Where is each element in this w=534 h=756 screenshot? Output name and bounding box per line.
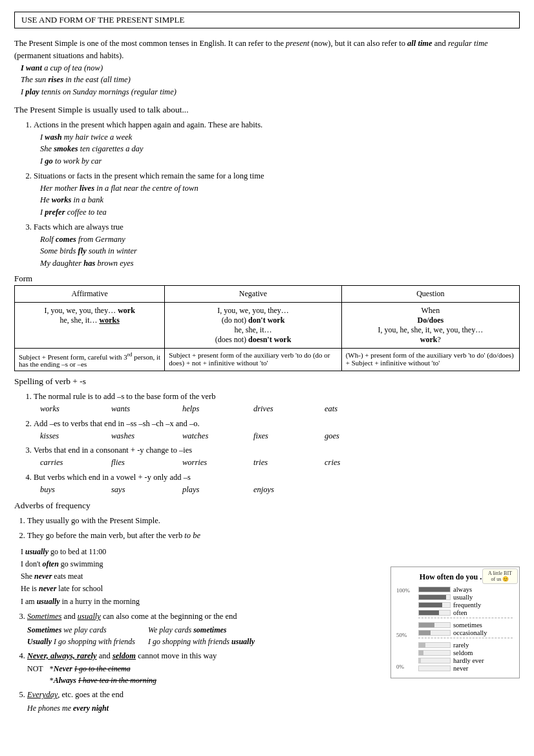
not-label: NOT: [27, 663, 43, 686]
section-usually: The Present Simple is usually used to ta…: [14, 105, 520, 115]
spell-word: wants: [111, 403, 163, 415]
adv-ex-2: I don't often go swimming: [21, 558, 371, 570]
spell-word: drives: [253, 403, 305, 415]
adv-col-left: Sometimes we play cards Usually I go sho…: [27, 624, 135, 647]
col-question: Question: [341, 285, 519, 302]
freq-item-frequently: frequently: [418, 601, 513, 609]
adv-ex-3: She never eats meat: [21, 570, 371, 583]
spell-word: kisses: [40, 430, 92, 442]
adv-ex-every: He phones me every night: [27, 702, 371, 714]
neg-row1: I, you, we, you, they… (do not) don't wo…: [165, 302, 341, 348]
spell-word: says: [111, 484, 163, 496]
spell-word: plays: [182, 484, 234, 496]
main-points-list: Actions in the present which happen agai…: [34, 119, 520, 270]
col-affirmative: Affirmative: [15, 285, 165, 302]
spelling-list: The normal rule is to add –s to the base…: [34, 391, 520, 495]
freq-item-hardly-ever: hardly ever: [418, 657, 513, 664]
freq-item-occasionally: occasionally: [418, 629, 513, 636]
spelling-section: Spelling of verb + -s The normal rule is…: [14, 376, 520, 495]
adv-point-3: Sometimes and usually can also come at t…: [27, 610, 371, 647]
spell-word: works: [40, 403, 92, 415]
adv-point-2: They go before the main verb, but after …: [27, 530, 371, 542]
adv-point-1: They usually go with the Present Simple.: [27, 515, 371, 527]
freq-item-rarely: rarely: [418, 642, 513, 649]
spell-2: Add –es to verbs that end in –ss –sh –ch…: [34, 418, 520, 442]
aff-row2: Subject + Present form, careful with 3rd…: [15, 348, 165, 371]
pct-100: 100%: [396, 587, 414, 594]
intro-section: The Present Simple is one of the most co…: [14, 38, 520, 98]
adverbs-list: They usually go with the Present Simple.…: [27, 515, 371, 542]
grammar-table: Affirmative Negative Question I, you, we…: [14, 285, 520, 372]
spell-word: carries: [40, 457, 92, 469]
spell-4: But verbs which end in a vowel + -y only…: [34, 471, 520, 496]
page-title: USE AND FORM OF THE PRESENT SIMPLE: [21, 15, 184, 25]
adverbs-list-cont: Sometimes and usually can also come at t…: [27, 610, 371, 714]
point-2: Situations or facts in the present which…: [34, 170, 520, 219]
title-box: USE AND FORM OF THE PRESENT SIMPLE: [14, 12, 520, 28]
spell-word: goes: [325, 430, 376, 442]
spell-word: helps: [182, 403, 234, 415]
aff-row1: I, you, we, you, they… work he, she, it……: [15, 302, 165, 348]
spell-1: The normal rule is to add –s to the base…: [34, 391, 520, 415]
intro-example-2: The sun rises in the east (all time): [21, 74, 520, 86]
spell-word: eats: [325, 403, 376, 415]
q-row1: When Do/does I, you, he, she, it, we, yo…: [341, 302, 519, 348]
form-label: Form: [14, 274, 520, 284]
spell-word: buys: [40, 484, 92, 496]
adv-point-4: Never, always, rarely and seldom cannot …: [27, 650, 371, 687]
frequency-chart: A little BIT of us 😊 How often do you ..…: [390, 567, 520, 718]
freq-item-never: never: [418, 665, 513, 672]
point-1: Actions in the present which happen agai…: [34, 119, 520, 167]
adverbs-text: They usually go with the Present Simple.…: [14, 515, 371, 718]
freq-item-usually: usually: [418, 594, 513, 601]
spell-word: tries: [253, 457, 305, 469]
spell-word: enjoys: [253, 484, 305, 496]
freq-item-always: always: [418, 586, 513, 593]
adverbs-section: Adverbs of frequency They usually go wit…: [14, 501, 520, 718]
freq-item-seldom: seldom: [418, 649, 513, 656]
adv-point-5: Everyday, etc. goes at the end He phones…: [27, 689, 371, 714]
spell-word: cries: [325, 457, 376, 469]
pct-0: 0%: [396, 664, 414, 670]
intro-para: The Present Simple is one of the most co…: [14, 38, 520, 62]
spelling-title: Spelling of verb + -s: [14, 376, 520, 387]
spell-word: washes: [111, 430, 163, 442]
adv-ex-5: I am usually in a hurry in the morning: [21, 596, 371, 608]
spell-word: worries: [182, 457, 234, 469]
q-row2: (Wh-) + present form of the auxiliary ve…: [341, 348, 519, 371]
adv-wrong-2: *Always I have tea in the morning: [50, 675, 156, 686]
adv-wrong-1: *Never I go to the cinema: [50, 663, 156, 675]
neg-row2: Subject + present form of the auxiliary …: [165, 348, 341, 371]
adv-ex-1: I usually go to bed at 11:00: [21, 546, 371, 558]
spell-word: fixes: [253, 430, 305, 442]
spell-word: flies: [111, 457, 163, 469]
col-negative: Negative: [165, 285, 341, 302]
intro-example-1: I want a cup of tea (now): [21, 62, 520, 74]
point-3: Facts which are always true Rolf comes f…: [34, 221, 520, 270]
freq-item-sometimes: sometimes: [418, 621, 513, 629]
adv-ex-4: He is never late for school: [21, 583, 371, 595]
spell-3: Verbs that end in a consonant + -y chang…: [34, 444, 520, 469]
freq-note: A little BIT of us 😊: [482, 568, 518, 584]
adv-col-right: We play cards sometimes I go shopping wi…: [148, 624, 255, 647]
adverbs-title: Adverbs of frequency: [14, 501, 520, 511]
pct-50: 50%: [396, 619, 414, 638]
spell-word: watches: [182, 430, 234, 442]
freq-item-often: often: [418, 609, 513, 616]
adverbs-content: They usually go with the Present Simple.…: [14, 515, 520, 718]
intro-example-3: I play tennis on Sunday mornings (regula…: [21, 86, 520, 98]
